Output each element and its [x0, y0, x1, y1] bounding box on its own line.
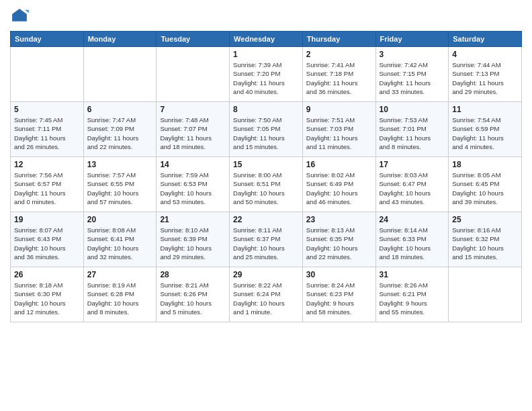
- calendar-cell: 22Sunrise: 8:11 AM Sunset: 6:37 PM Dayli…: [230, 212, 303, 267]
- day-number: 1: [233, 50, 299, 59]
- header: [10, 7, 522, 26]
- day-number: 20: [87, 215, 153, 224]
- day-header-thursday: Thursday: [302, 32, 375, 47]
- day-info: Sunrise: 7:59 AM Sunset: 6:53 PM Dayligh…: [160, 171, 226, 206]
- calendar-cell: 24Sunrise: 8:14 AM Sunset: 6:33 PM Dayli…: [375, 212, 449, 267]
- day-number: 14: [160, 160, 226, 169]
- calendar-cell: 9Sunrise: 7:51 AM Sunset: 7:03 PM Daylig…: [302, 102, 375, 157]
- day-info: Sunrise: 8:11 AM Sunset: 6:37 PM Dayligh…: [233, 226, 299, 261]
- day-info: Sunrise: 7:39 AM Sunset: 7:20 PM Dayligh…: [233, 60, 299, 96]
- day-number: 18: [452, 160, 518, 169]
- day-info: Sunrise: 7:56 AM Sunset: 6:57 PM Dayligh…: [14, 171, 80, 206]
- day-number: 12: [14, 160, 80, 169]
- week-row-3: 12Sunrise: 7:56 AM Sunset: 6:57 PM Dayli…: [11, 157, 522, 212]
- calendar-cell: 21Sunrise: 8:10 AM Sunset: 6:39 PM Dayli…: [157, 212, 230, 267]
- day-info: Sunrise: 7:47 AM Sunset: 7:09 PM Dayligh…: [87, 116, 153, 151]
- calendar-cell: 27Sunrise: 8:19 AM Sunset: 6:28 PM Dayli…: [83, 267, 157, 322]
- day-number: 19: [14, 215, 80, 224]
- day-info: Sunrise: 8:10 AM Sunset: 6:39 PM Dayligh…: [160, 226, 226, 261]
- day-number: 16: [306, 160, 372, 169]
- calendar-cell: 13Sunrise: 7:57 AM Sunset: 6:55 PM Dayli…: [83, 157, 157, 212]
- day-number: 3: [380, 50, 445, 59]
- calendar-cell: 2Sunrise: 7:41 AM Sunset: 7:18 PM Daylig…: [302, 47, 375, 102]
- day-header-tuesday: Tuesday: [157, 32, 230, 47]
- day-number: 29: [233, 270, 299, 279]
- day-number: 13: [87, 160, 153, 169]
- calendar-cell: 4Sunrise: 7:44 AM Sunset: 7:13 PM Daylig…: [449, 47, 522, 102]
- calendar-cell: [157, 47, 230, 102]
- day-number: 26: [14, 270, 80, 279]
- calendar-cell: 10Sunrise: 7:53 AM Sunset: 7:01 PM Dayli…: [375, 102, 449, 157]
- calendar-cell: 16Sunrise: 8:02 AM Sunset: 6:49 PM Dayli…: [302, 157, 375, 212]
- calendar-cell: [83, 47, 157, 102]
- day-info: Sunrise: 8:08 AM Sunset: 6:41 PM Dayligh…: [87, 226, 153, 261]
- calendar-cell: 6Sunrise: 7:47 AM Sunset: 7:09 PM Daylig…: [83, 102, 157, 157]
- day-number: 11: [452, 105, 518, 114]
- calendar-cell: 14Sunrise: 7:59 AM Sunset: 6:53 PM Dayli…: [157, 157, 230, 212]
- day-number: 22: [233, 215, 299, 224]
- calendar-cell: 28Sunrise: 8:21 AM Sunset: 6:26 PM Dayli…: [157, 267, 230, 322]
- svg-marker-1: [25, 10, 29, 13]
- calendar-cell: 31Sunrise: 8:26 AM Sunset: 6:21 PM Dayli…: [375, 267, 449, 322]
- week-row-2: 5Sunrise: 7:45 AM Sunset: 7:11 PM Daylig…: [11, 102, 522, 157]
- day-number: 4: [452, 50, 518, 59]
- week-row-5: 26Sunrise: 8:18 AM Sunset: 6:30 PM Dayli…: [11, 267, 522, 322]
- calendar-cell: 7Sunrise: 7:48 AM Sunset: 7:07 PM Daylig…: [157, 102, 230, 157]
- day-info: Sunrise: 7:45 AM Sunset: 7:11 PM Dayligh…: [14, 116, 80, 151]
- logo: [10, 7, 32, 26]
- day-number: 15: [233, 160, 299, 169]
- calendar-cell: 25Sunrise: 8:16 AM Sunset: 6:32 PM Dayli…: [449, 212, 522, 267]
- day-info: Sunrise: 8:07 AM Sunset: 6:43 PM Dayligh…: [14, 226, 80, 261]
- day-number: 23: [306, 215, 372, 224]
- day-number: 25: [452, 215, 518, 224]
- page: SundayMondayTuesdayWednesdayThursdayFrid…: [0, 0, 532, 411]
- day-info: Sunrise: 8:02 AM Sunset: 6:49 PM Dayligh…: [306, 171, 372, 206]
- calendar-cell: 18Sunrise: 8:05 AM Sunset: 6:45 PM Dayli…: [449, 157, 522, 212]
- day-info: Sunrise: 7:53 AM Sunset: 7:01 PM Dayligh…: [380, 116, 445, 151]
- day-number: 8: [233, 105, 299, 114]
- day-info: Sunrise: 7:57 AM Sunset: 6:55 PM Dayligh…: [87, 171, 153, 206]
- day-info: Sunrise: 8:24 AM Sunset: 6:23 PM Dayligh…: [306, 281, 372, 316]
- day-info: Sunrise: 7:42 AM Sunset: 7:15 PM Dayligh…: [380, 60, 445, 96]
- day-header-monday: Monday: [83, 32, 157, 47]
- day-info: Sunrise: 8:26 AM Sunset: 6:21 PM Dayligh…: [380, 281, 445, 316]
- day-info: Sunrise: 7:50 AM Sunset: 7:05 PM Dayligh…: [233, 116, 299, 151]
- calendar-cell: 29Sunrise: 8:22 AM Sunset: 6:24 PM Dayli…: [230, 267, 303, 322]
- week-row-4: 19Sunrise: 8:07 AM Sunset: 6:43 PM Dayli…: [11, 212, 522, 267]
- calendar-cell: 20Sunrise: 8:08 AM Sunset: 6:41 PM Dayli…: [83, 212, 157, 267]
- day-info: Sunrise: 8:13 AM Sunset: 6:35 PM Dayligh…: [306, 226, 372, 261]
- calendar-cell: 1Sunrise: 7:39 AM Sunset: 7:20 PM Daylig…: [230, 47, 303, 102]
- calendar-header-row: SundayMondayTuesdayWednesdayThursdayFrid…: [11, 32, 522, 47]
- day-info: Sunrise: 8:00 AM Sunset: 6:51 PM Dayligh…: [233, 171, 299, 206]
- calendar-cell: 26Sunrise: 8:18 AM Sunset: 6:30 PM Dayli…: [11, 267, 84, 322]
- day-number: 28: [160, 270, 226, 279]
- logo-icon: [10, 7, 29, 26]
- calendar-cell: 3Sunrise: 7:42 AM Sunset: 7:15 PM Daylig…: [375, 47, 449, 102]
- week-row-1: 1Sunrise: 7:39 AM Sunset: 7:20 PM Daylig…: [11, 47, 522, 102]
- day-info: Sunrise: 7:54 AM Sunset: 6:59 PM Dayligh…: [452, 116, 518, 151]
- day-number: 7: [160, 105, 226, 114]
- calendar-table: SundayMondayTuesdayWednesdayThursdayFrid…: [10, 31, 522, 322]
- day-number: 6: [87, 105, 153, 114]
- day-info: Sunrise: 8:14 AM Sunset: 6:33 PM Dayligh…: [380, 226, 445, 261]
- day-info: Sunrise: 8:03 AM Sunset: 6:47 PM Dayligh…: [380, 171, 445, 206]
- day-info: Sunrise: 8:16 AM Sunset: 6:32 PM Dayligh…: [452, 226, 518, 261]
- calendar-cell: [11, 47, 84, 102]
- day-number: 30: [306, 270, 372, 279]
- day-info: Sunrise: 7:51 AM Sunset: 7:03 PM Dayligh…: [306, 116, 372, 151]
- calendar-cell: 19Sunrise: 8:07 AM Sunset: 6:43 PM Dayli…: [11, 212, 84, 267]
- day-number: 31: [380, 270, 445, 279]
- calendar-cell: 30Sunrise: 8:24 AM Sunset: 6:23 PM Dayli…: [302, 267, 375, 322]
- calendar-cell: 11Sunrise: 7:54 AM Sunset: 6:59 PM Dayli…: [449, 102, 522, 157]
- day-info: Sunrise: 7:44 AM Sunset: 7:13 PM Dayligh…: [452, 60, 518, 96]
- day-number: 24: [380, 215, 445, 224]
- calendar-cell: 17Sunrise: 8:03 AM Sunset: 6:47 PM Dayli…: [375, 157, 449, 212]
- day-number: 10: [380, 105, 445, 114]
- day-header-sunday: Sunday: [11, 32, 84, 47]
- day-number: 9: [306, 105, 372, 114]
- day-info: Sunrise: 8:21 AM Sunset: 6:26 PM Dayligh…: [160, 281, 226, 316]
- day-number: 27: [87, 270, 153, 279]
- calendar-cell: 23Sunrise: 8:13 AM Sunset: 6:35 PM Dayli…: [302, 212, 375, 267]
- calendar-cell: 5Sunrise: 7:45 AM Sunset: 7:11 PM Daylig…: [11, 102, 84, 157]
- day-number: 2: [306, 50, 372, 59]
